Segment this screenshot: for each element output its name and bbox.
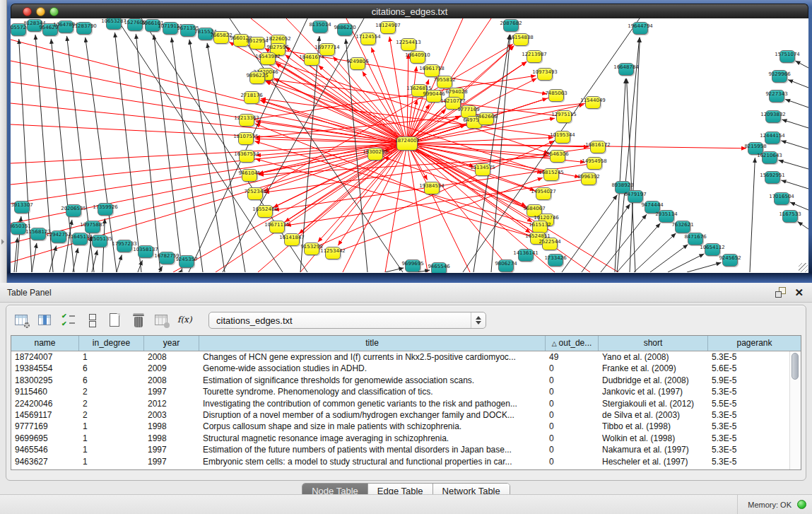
table-cell[interactable]: 5.5E-5	[708, 398, 793, 409]
table-cell[interactable]: Embryonic stem cells: a model to study s…	[199, 456, 546, 467]
table-row[interactable]: 946554611997Estimation of the future num…	[11, 444, 801, 455]
table-cell[interactable]: Disruption of a novel member of a sodium…	[199, 409, 546, 421]
graph-node[interactable]: 16367554	[239, 150, 254, 163]
graph-node[interactable]: 2935114	[659, 210, 674, 223]
graph-node[interactable]: 14136141	[518, 249, 534, 262]
graph-node[interactable]: 10975887	[85, 221, 100, 233]
table-cell[interactable]: 18724007	[11, 351, 79, 363]
table-cell[interactable]: 2008	[144, 375, 199, 386]
graph-node[interactable]: 11544049	[585, 96, 601, 109]
graph-node[interactable]: 19384554	[424, 182, 440, 194]
graph-node[interactable]: 9546306	[550, 150, 565, 163]
table-cell[interactable]: 1998	[144, 421, 199, 432]
table-cell[interactable]: 5.3E-5	[708, 456, 793, 467]
table-row[interactable]: 969969511998Structural magnetic resonanc…	[11, 433, 801, 444]
select-column-icon[interactable]	[37, 313, 54, 329]
graph-node[interactable]: 8912954	[249, 37, 265, 49]
table-cell[interactable]: 0	[546, 433, 599, 444]
graph-node[interactable]: 16782759	[159, 252, 175, 264]
graph-node[interactable]: 8471676	[688, 233, 703, 245]
graph-node[interactable]: 9245357	[179, 255, 194, 268]
memory-indicator[interactable]	[797, 500, 806, 509]
table-cell[interactable]: 6	[79, 375, 144, 386]
table-cell[interactable]: Corpus callosum shape and size in male p…	[199, 421, 546, 432]
graph-node[interactable]: 15692951	[765, 171, 780, 184]
graph-node[interactable]: 8996392	[581, 173, 596, 185]
table-cell[interactable]: 1	[79, 421, 144, 432]
graph-node[interactable]: 18461674	[304, 53, 319, 66]
graph-node[interactable]: 7955812	[437, 76, 452, 88]
graph-node[interactable]: 12213987	[526, 50, 542, 63]
graph-node[interactable]: 2087682	[503, 19, 519, 32]
graph-node[interactable]: 1527602	[127, 18, 143, 31]
graph-node[interactable]: 9671355	[180, 24, 196, 37]
graph-node[interactable]: 12505135	[92, 235, 107, 247]
table-cell[interactable]: 19384554	[11, 363, 79, 374]
table-cell[interactable]: 9699695	[11, 433, 79, 444]
table-cell[interactable]: Dudbridge et al. (2008)	[599, 375, 708, 386]
table-cell[interactable]: 6	[79, 363, 144, 374]
graph-node[interactable]: 16961758	[424, 64, 440, 77]
column-header-name[interactable]: name	[11, 336, 79, 351]
graph-node[interactable]: 17016504	[774, 192, 789, 205]
table-cell[interactable]: Hescheler et al. (1997)	[599, 456, 708, 467]
graph-node[interactable]: 11253442	[325, 247, 341, 259]
table-cell[interactable]: 1	[79, 456, 144, 467]
table-row[interactable]: 911546021997Tourette syndrome. Phenomeno…	[11, 386, 801, 397]
column-header-pagerank[interactable]: pagerank	[708, 336, 801, 351]
graph-node[interactable]: 15134575	[475, 163, 490, 176]
table-cell[interactable]: 9115460	[11, 386, 79, 397]
graph-node[interactable]: 10719155	[163, 22, 178, 35]
table-cell[interactable]: Wolkin et al. (1998)	[599, 433, 708, 444]
table-cell[interactable]: 1	[79, 351, 144, 363]
graph-node[interactable]: 12444154	[765, 132, 780, 144]
graph-node[interactable]: 12093832	[765, 110, 781, 123]
table-cell[interactable]: 1997	[144, 444, 199, 455]
graph-node[interactable]: 17957233	[117, 240, 132, 252]
column-header-short[interactable]: short	[599, 336, 708, 351]
table-cell[interactable]: 9777169	[11, 421, 79, 432]
graph-node[interactable]: 3913307	[14, 201, 30, 214]
table-cell[interactable]: 0	[546, 398, 599, 409]
graph-node[interactable]: 16977714	[319, 43, 335, 56]
table-row[interactable]: 1872400712008Changes of HCN gene express…	[11, 351, 801, 363]
graph-node[interactable]: 7632621	[675, 221, 690, 233]
graph-node[interactable]: 9329966	[772, 70, 787, 83]
graph-node[interactable]: 18724007	[396, 136, 418, 151]
graph-node[interactable]: 10671135	[269, 221, 285, 233]
graph-node[interactable]: 15751074	[779, 50, 795, 63]
graph-node[interactable]: 16154838	[513, 33, 529, 46]
graph-node[interactable]: 16141847	[284, 233, 300, 246]
graph-node[interactable]: 9896225	[249, 71, 265, 84]
graph-node[interactable]: 10195344	[555, 131, 570, 144]
table-cell[interactable]: 49	[546, 351, 599, 363]
graph-node[interactable]: 10358137	[138, 245, 153, 258]
graph-node[interactable]: 16648784	[618, 63, 634, 76]
graph-node[interactable]: 9886220	[337, 23, 353, 36]
graph-node[interactable]: 2718176	[244, 91, 259, 104]
table-cell[interactable]: 9463627	[11, 456, 79, 467]
rows-stack-icon[interactable]	[83, 313, 100, 329]
graph-node[interactable]: 7665822	[213, 31, 229, 44]
graph-node[interactable]: 9153298	[304, 243, 319, 255]
graph-node[interactable]: 18640910	[410, 51, 425, 64]
graph-node[interactable]: 10654112	[705, 243, 720, 256]
table-cell[interactable]: Tourette syndrome. Phenomenology and cla…	[199, 386, 546, 397]
graph-node[interactable]: 10973493	[537, 68, 553, 81]
table-cell[interactable]: Tibbo et al. (1998)	[599, 421, 708, 432]
table-cell[interactable]: 2	[79, 409, 144, 421]
graph-node[interactable]: 12213363	[239, 114, 254, 127]
table-scrollbar[interactable]	[789, 351, 801, 469]
table-select[interactable]: citations_edges.txt	[208, 312, 486, 329]
table-row[interactable]: 977716911998Corpus callosum shape and si…	[11, 421, 801, 432]
table-cell[interactable]: 5.3E-5	[708, 421, 793, 432]
graph-node[interactable]: 9227343	[769, 90, 784, 103]
resize-grip[interactable]	[799, 263, 808, 272]
table-cell[interactable]: 2003	[144, 409, 199, 421]
table-cell[interactable]: 0	[546, 456, 599, 467]
control-panel-divider[interactable]	[0, 0, 7, 283]
table-cell[interactable]: 0	[546, 409, 599, 421]
table-cell[interactable]: 22420046	[11, 398, 79, 409]
table-cell[interactable]: 9465546	[11, 444, 79, 455]
new-table-icon[interactable]	[107, 313, 124, 329]
